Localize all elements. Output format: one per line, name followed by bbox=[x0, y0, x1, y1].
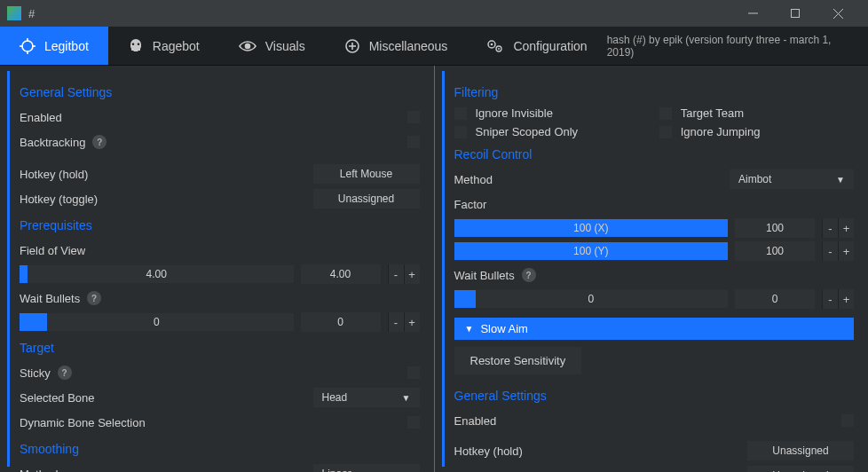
target-team-checkbox[interactable] bbox=[659, 107, 672, 120]
eye-icon bbox=[239, 40, 256, 52]
recoil-wait-label: Wait Bullets bbox=[454, 269, 515, 282]
bone-dropdown[interactable]: Head▼ bbox=[313, 388, 420, 407]
selected-bone-label: Selected Bone bbox=[20, 391, 313, 405]
minimize-button[interactable] bbox=[740, 4, 765, 22]
slow-aim-accordion[interactable]: ▼ Slow Aim bbox=[454, 318, 855, 340]
left-panel: General Settings Enabled Backtracking? H… bbox=[0, 66, 435, 472]
recoil-wait-plus[interactable]: + bbox=[838, 289, 854, 309]
recoil-wait-minus[interactable]: - bbox=[822, 289, 838, 309]
recoil-y-slider[interactable]: 100 (Y) bbox=[454, 242, 729, 260]
plus-circle-icon bbox=[344, 38, 360, 54]
hotkey-hold2-label: Hotkey (hold) bbox=[454, 444, 748, 458]
enabled2-label: Enabled bbox=[454, 414, 835, 428]
version-text: hash (#) by epik (version fourty three -… bbox=[607, 27, 868, 65]
section-recoil-control: Recoil Control bbox=[454, 147, 855, 161]
dynamic-bone-label: Dynamic Bone Selection bbox=[20, 416, 400, 429]
help-icon[interactable]: ? bbox=[522, 268, 536, 282]
fov-input[interactable]: 4.00 bbox=[301, 264, 381, 284]
recoil-x-input[interactable]: 100 bbox=[735, 218, 815, 238]
recoil-wait-slider[interactable]: 0 bbox=[454, 290, 729, 308]
sniper-scoped-checkbox[interactable] bbox=[454, 126, 467, 138]
section-filtering: Filtering bbox=[454, 85, 855, 99]
app-icon bbox=[7, 6, 21, 20]
hotkey-hold2-value[interactable]: Unassigned bbox=[747, 441, 854, 460]
restore-sensitivity-button[interactable]: Restore Sensitivity bbox=[454, 347, 582, 374]
skull-icon bbox=[128, 38, 144, 54]
tabbar: Legitbot Ragebot Visuals Miscellaneous C… bbox=[0, 27, 868, 66]
chevron-down-icon: ▼ bbox=[402, 393, 411, 403]
wait-slider-value: 0 bbox=[20, 316, 294, 328]
recoil-factor-label: Factor bbox=[454, 198, 855, 211]
tab-visuals[interactable]: Visuals bbox=[219, 27, 325, 65]
recoil-wait-input[interactable]: 0 bbox=[735, 289, 815, 309]
hotkey-toggle2-label: Hotkey (toggle) bbox=[454, 469, 748, 473]
help-icon[interactable]: ? bbox=[92, 135, 107, 149]
recoil-y-minus[interactable]: - bbox=[822, 241, 838, 261]
right-panel: Filtering Ignore Invisible Target Team S… bbox=[435, 66, 869, 472]
section-general-settings-2: General Settings bbox=[454, 389, 855, 403]
fov-minus[interactable]: - bbox=[388, 264, 404, 284]
tab-ragebot[interactable]: Ragebot bbox=[108, 27, 219, 65]
smoothing-method-dropdown[interactable]: Linear▼ bbox=[313, 464, 420, 472]
titlebar: # bbox=[0, 0, 868, 27]
slow-aim-label: Slow Aim bbox=[480, 322, 527, 335]
recoil-method-label: Method bbox=[454, 173, 730, 186]
section-prerequisites: Prerequisites bbox=[20, 218, 420, 232]
hotkey-toggle-label: Hotkey (toggle) bbox=[20, 193, 313, 206]
crosshair-icon bbox=[20, 38, 36, 54]
ignore-jumping-checkbox[interactable] bbox=[659, 126, 672, 138]
tab-legitbot[interactable]: Legitbot bbox=[0, 27, 108, 65]
dynamic-bone-checkbox[interactable] bbox=[407, 416, 420, 429]
enabled-checkbox[interactable] bbox=[407, 111, 420, 123]
svg-point-9 bbox=[245, 43, 249, 48]
hotkey-toggle2-value[interactable]: Unassigned bbox=[747, 466, 854, 472]
chevron-down-icon: ▼ bbox=[836, 175, 845, 185]
help-icon[interactable]: ? bbox=[87, 291, 101, 305]
recoil-y-plus[interactable]: + bbox=[838, 241, 854, 261]
recoil-y-value: 100 (Y) bbox=[454, 245, 729, 257]
fov-label: Field of View bbox=[20, 244, 420, 257]
recoil-x-slider[interactable]: 100 (X) bbox=[454, 219, 729, 237]
hotkey-hold-label: Hotkey (hold) bbox=[20, 168, 313, 181]
sticky-checkbox[interactable] bbox=[407, 366, 420, 379]
backtracking-checkbox[interactable] bbox=[407, 136, 420, 148]
smoothing-method-label: Method bbox=[20, 468, 313, 473]
section-smoothing: Smoothing bbox=[20, 442, 420, 456]
sniper-scoped-label: Sniper Scoped Only bbox=[476, 125, 579, 138]
recoil-y-input[interactable]: 100 bbox=[735, 241, 815, 261]
fov-plus[interactable]: + bbox=[404, 264, 420, 284]
hotkey-hold-value[interactable]: Left Mouse bbox=[313, 164, 420, 184]
chevron-down-icon: ▼ bbox=[402, 469, 411, 473]
triangle-down-icon: ▼ bbox=[465, 324, 474, 334]
recoil-x-plus[interactable]: + bbox=[838, 218, 854, 238]
smoothing-method-value: Linear bbox=[322, 468, 351, 472]
window-title: # bbox=[28, 7, 740, 20]
wait-slider[interactable]: 0 bbox=[20, 313, 294, 331]
recoil-wait-value: 0 bbox=[454, 293, 729, 305]
target-team-label: Target Team bbox=[681, 106, 744, 120]
wait-plus[interactable]: + bbox=[404, 312, 420, 332]
tab-label: Visuals bbox=[265, 39, 305, 53]
tab-label: Configuration bbox=[513, 39, 587, 53]
ignore-invisible-checkbox[interactable] bbox=[454, 107, 467, 120]
close-button[interactable] bbox=[825, 4, 850, 22]
fov-slider[interactable]: 4.00 bbox=[20, 265, 294, 283]
wait-minus[interactable]: - bbox=[388, 312, 404, 332]
wait-input[interactable]: 0 bbox=[301, 312, 381, 332]
gears-icon bbox=[486, 38, 504, 54]
tab-configuration[interactable]: Configuration bbox=[467, 27, 606, 65]
recoil-method-value: Aimbot bbox=[738, 173, 771, 185]
ignore-invisible-label: Ignore Invisible bbox=[476, 106, 553, 120]
sticky-label: Sticky bbox=[20, 366, 51, 380]
svg-point-4 bbox=[22, 41, 33, 51]
tab-label: Legitbot bbox=[44, 39, 89, 53]
maximize-button[interactable] bbox=[783, 4, 808, 22]
help-icon[interactable]: ? bbox=[58, 366, 72, 380]
hotkey-toggle-value[interactable]: Unassigned bbox=[313, 189, 420, 208]
ignore-jumping-label: Ignore Jumping bbox=[681, 125, 761, 138]
recoil-x-minus[interactable]: - bbox=[822, 218, 838, 238]
recoil-method-dropdown[interactable]: Aimbot▼ bbox=[730, 169, 854, 189]
enabled2-checkbox[interactable] bbox=[841, 414, 854, 427]
tab-miscellaneous[interactable]: Miscellaneous bbox=[325, 27, 468, 65]
tab-label: Miscellaneous bbox=[369, 39, 448, 53]
